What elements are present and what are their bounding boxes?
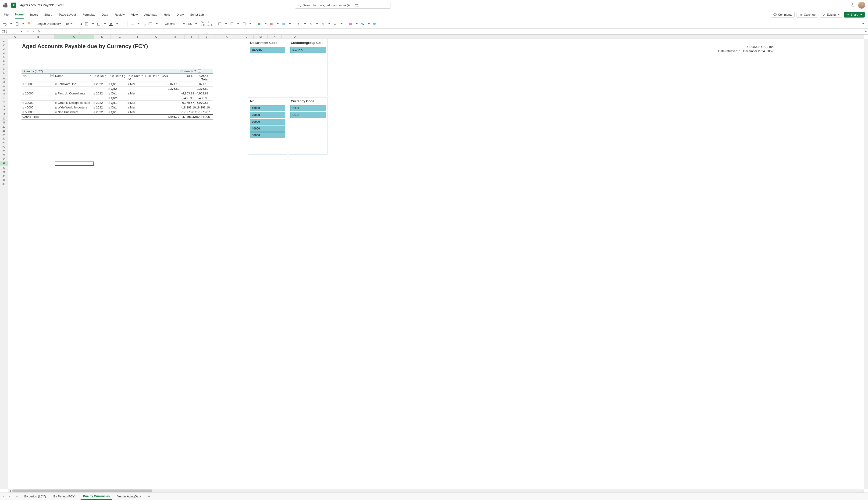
collapse-ribbon-button[interactable] [860, 21, 866, 27]
row-header[interactable]: 1 [0, 39, 8, 43]
column-header[interactable]: I [185, 35, 199, 38]
sort-filter-dropdown[interactable] [327, 21, 332, 27]
tab-view[interactable]: View [131, 10, 138, 19]
pivot-header-name[interactable]: Name [54, 73, 93, 82]
undo-dropdown[interactable] [9, 21, 13, 27]
slicer-item[interactable]: 40000 [250, 126, 285, 132]
row-header[interactable]: 8 [0, 68, 8, 72]
format-cells-dropdown[interactable] [248, 21, 253, 27]
slicer-item[interactable]: BLANK [290, 47, 326, 53]
tab-draw[interactable]: Draw [176, 10, 184, 19]
column-header[interactable]: K [214, 35, 239, 38]
slicer-item[interactable]: BLANK [250, 47, 285, 53]
row-header[interactable]: 32 [0, 166, 8, 170]
column-headers[interactable]: ABCDEFGHIJKLMNO [8, 35, 864, 39]
tab-script-lab[interactable]: Script Lab [190, 10, 204, 19]
format-painter-button[interactable] [27, 21, 32, 27]
catchup-button[interactable]: Catch up [797, 12, 818, 18]
dropdown-icon[interactable] [50, 74, 54, 77]
font-size-select[interactable]: 10 [64, 21, 74, 27]
tab-formulas[interactable]: Formulas [82, 10, 95, 19]
sensitivity-dropdown[interactable] [354, 21, 359, 27]
pivot-header-no[interactable]: No. [22, 73, 54, 82]
comments-button[interactable]: Comments [771, 12, 795, 18]
insert-dropdown[interactable] [263, 21, 268, 27]
row-header[interactable]: 5 [0, 55, 8, 59]
borders-dropdown[interactable] [90, 21, 95, 27]
column-header[interactable]: A [8, 35, 22, 38]
row-header[interactable]: 28 [0, 149, 8, 154]
slicer-item[interactable]: 30000 [250, 119, 285, 125]
slicer-item[interactable]: USD [290, 112, 326, 118]
row-header[interactable]: 2 [0, 43, 8, 47]
paste-dropdown[interactable] [21, 21, 26, 27]
row-header[interactable]: 13 [0, 88, 8, 92]
merge-dropdown[interactable] [154, 21, 159, 27]
tab-help[interactable]: Help [163, 10, 171, 19]
scroll-thumb[interactable] [12, 489, 152, 492]
delete-button[interactable] [269, 21, 274, 27]
column-header[interactable]: F [129, 35, 147, 38]
row-header[interactable]: 20 [0, 117, 8, 121]
row-header[interactable]: 36 [0, 182, 8, 186]
app-launcher-icon[interactable] [3, 3, 8, 8]
format-dropdown[interactable] [287, 21, 292, 27]
sort-filter-button[interactable] [320, 21, 326, 27]
slicer-item[interactable]: 20000 [250, 112, 285, 118]
row-header[interactable]: 21 [0, 121, 8, 125]
autosum-button[interactable]: Σ [296, 21, 301, 27]
tab-review[interactable]: Review [114, 10, 125, 19]
select-all-corner[interactable] [0, 35, 8, 39]
borders-button[interactable] [84, 21, 89, 27]
tab-share[interactable]: Share [44, 10, 53, 19]
increase-decimal-button[interactable]: .0→.00 [206, 21, 213, 27]
row-header[interactable]: 6 [0, 59, 8, 64]
column-header[interactable]: L [239, 35, 254, 38]
row-header[interactable]: 24 [0, 133, 8, 137]
expand-formula-bar[interactable] [863, 30, 868, 33]
pivot-table[interactable]: Open by (FCY) Currency Code No. Name Due… [22, 69, 213, 120]
delete-dropdown[interactable] [275, 21, 280, 27]
font-name-select[interactable]: Segoe UI (Body) [36, 21, 63, 27]
font-color-dropdown[interactable] [115, 21, 120, 27]
row-header[interactable]: 33 [0, 170, 8, 174]
font-color-button[interactable]: A [108, 21, 114, 27]
insert-cells-dropdown[interactable] [223, 21, 228, 27]
cancel-edit-button[interactable]: ✕ [25, 29, 31, 34]
fx-button[interactable]: fx [36, 29, 42, 34]
more-font-button[interactable]: ⋯ [120, 21, 126, 27]
find-dropdown[interactable] [339, 21, 344, 27]
dropdown-icon[interactable] [104, 74, 107, 77]
column-header[interactable]: C [55, 35, 94, 38]
column-header[interactable]: N [268, 35, 282, 38]
tab-data[interactable]: Data [101, 10, 109, 19]
delete-cells-dropdown[interactable] [235, 21, 241, 27]
row-header[interactable]: 34 [0, 174, 8, 178]
sensitivity-button[interactable] [348, 21, 353, 27]
row-header[interactable]: 17 [0, 104, 8, 109]
column-header[interactable]: D [94, 35, 111, 38]
row-header[interactable]: 26 [0, 141, 8, 145]
format-button[interactable] [281, 21, 286, 27]
editing-mode-button[interactable]: Editing [820, 12, 842, 18]
column-header[interactable]: H [165, 35, 185, 38]
tab-home[interactable]: Home [15, 10, 24, 19]
tab-automate[interactable]: Automate [144, 10, 158, 19]
format-cells-button[interactable] [242, 21, 247, 27]
wrap-text-button[interactable] [142, 21, 147, 27]
column-header[interactable]: B [22, 35, 55, 38]
dropdown-icon[interactable] [89, 74, 92, 77]
column-header[interactable]: E [111, 35, 129, 38]
slicer-customergroup-code[interactable]: Customergroup Co... BLANK [289, 39, 328, 96]
insert-cells-button[interactable] [217, 21, 222, 27]
row-header[interactable]: 22 [0, 125, 8, 129]
insert-button[interactable] [257, 21, 262, 27]
row-header[interactable]: 15 [0, 96, 8, 100]
row-header[interactable]: 18 [0, 109, 8, 113]
document-title[interactable]: Aged Accounts Payable Excel [20, 3, 63, 7]
column-header[interactable]: O [282, 35, 308, 38]
row-header[interactable]: 29 [0, 154, 8, 158]
row-header[interactable]: 4 [0, 51, 8, 55]
tab-file[interactable]: File [3, 10, 9, 19]
column-header[interactable]: J [199, 35, 214, 38]
